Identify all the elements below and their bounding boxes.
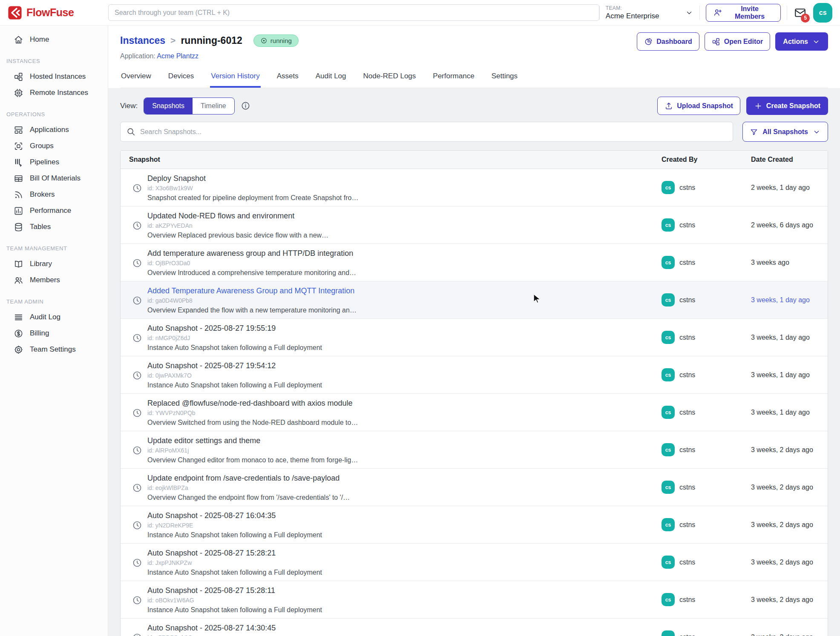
snapshot-title[interactable]: Update editor settings and theme: [147, 436, 358, 446]
date-created: 3 weeks, 2 days ago: [751, 446, 828, 454]
date-created: 3 weeks, 1 day ago: [751, 371, 828, 379]
search-snapshots-input[interactable]: [120, 122, 733, 142]
sidebar-item-home[interactable]: Home: [0, 32, 108, 48]
table-row[interactable]: Deploy Snapshot id: X3o6Bw1k9W Snapshot …: [121, 169, 828, 206]
snapshot-title[interactable]: Auto Snapshot - 2025-08-27 15:28:11: [147, 586, 322, 596]
global-search-input[interactable]: [108, 4, 599, 21]
application-link[interactable]: Acme Plantzz: [157, 52, 198, 60]
view-label: View:: [120, 102, 138, 110]
sidebar-item-hosted-instances[interactable]: Hosted Instances: [0, 69, 108, 85]
create-snapshot-button[interactable]: Create Snapshot: [746, 97, 828, 115]
snapshot-table-header: Snapshot Created By Date Created: [121, 151, 828, 169]
sidebar-item-pipelines[interactable]: Pipelines: [0, 154, 108, 170]
column-header-created-by: Created By: [662, 156, 751, 163]
snapshot-description: Instance Auto Snapshot taken following a…: [147, 531, 322, 539]
tab-node-red-logs[interactable]: Node-RED Logs: [362, 68, 417, 88]
table-row[interactable]: Auto Snapshot - 2025-08-27 16:04:35 id: …: [121, 506, 828, 543]
info-icon[interactable]: [241, 101, 250, 111]
applications-icon: [14, 125, 23, 135]
editor-nodes-icon: [712, 37, 720, 46]
invite-members-button[interactable]: Invite Members: [706, 4, 781, 22]
sidebar-item-label: Groups: [30, 142, 54, 150]
snapshot-id: id: X3o6Bw1k9W: [147, 184, 358, 192]
divider: [699, 6, 700, 20]
top-navigation-bar: FlowFuse TEAM: Acme Enterprise Invite Me…: [0, 0, 840, 26]
created-by-name: cstns: [679, 446, 695, 454]
date-created: 3 weeks, 2 days ago: [751, 559, 828, 566]
tab-settings[interactable]: Settings: [491, 68, 518, 88]
table-row[interactable]: Add temperature awareness group and HTTP…: [121, 244, 828, 281]
snapshot-title[interactable]: Auto Snapshot - 2025-08-27 19:55:19: [147, 324, 322, 333]
sidebar-item-team-settings[interactable]: Team Settings: [0, 341, 108, 358]
sidebar-item-library[interactable]: Library: [0, 256, 108, 272]
snapshot-id: id: 0jwPAXMk7O: [147, 372, 322, 379]
tab-version-history[interactable]: Version History: [210, 68, 260, 88]
sidebar-item-performance[interactable]: Performance: [0, 203, 108, 219]
tab-audit-log[interactable]: Audit Log: [315, 68, 347, 88]
team-selector[interactable]: TEAM: Acme Enterprise: [606, 5, 693, 20]
table-row[interactable]: Update editor settings and theme id: AlR…: [121, 431, 828, 468]
table-row[interactable]: Auto Snapshot - 2025-08-27 15:28:21 id: …: [121, 543, 828, 581]
upload-icon: [665, 102, 673, 110]
sidebar-item-members[interactable]: Members: [0, 272, 108, 288]
snapshot-title[interactable]: Auto Snapshot - 2025-08-27 16:04:35: [147, 511, 322, 521]
snapshot-title[interactable]: Deploy Snapshot: [147, 174, 358, 183]
snapshot-title[interactable]: Auto Snapshot - 2025-08-27 15:28:21: [147, 548, 322, 558]
snapshot-title[interactable]: Update endpoint from /save-credentials t…: [147, 473, 350, 483]
view-toggle: Snapshots Timeline: [144, 97, 234, 115]
clock-icon: [132, 221, 142, 231]
table-row[interactable]: Auto Snapshot - 2025-08-27 19:54:12 id: …: [121, 356, 828, 393]
gear-icon: [14, 345, 23, 355]
sidebar-item-audit-log[interactable]: Audit Log: [0, 309, 108, 325]
sidebar-item-label: Library: [30, 260, 52, 268]
divider: [599, 6, 600, 20]
user-avatar[interactable]: cs: [813, 3, 832, 23]
view-toggle-snapshots[interactable]: Snapshots: [144, 98, 193, 114]
table-row[interactable]: Added Temperature Awareness Group and MQ…: [121, 281, 828, 318]
sidebar-item-applications[interactable]: Applications: [0, 122, 108, 138]
upload-snapshot-button[interactable]: Upload Snapshot: [657, 97, 740, 115]
performance-icon: [14, 206, 23, 216]
snapshot-filter-button[interactable]: All Snapshots: [742, 122, 828, 142]
sidebar-item-groups[interactable]: Groups: [0, 138, 108, 154]
snapshot-title[interactable]: Auto Snapshot - 2025-08-27 19:54:12: [147, 361, 322, 371]
table-row[interactable]: Update endpoint from /save-credentials t…: [121, 468, 828, 506]
created-by-name: cstns: [679, 596, 695, 604]
table-row[interactable]: Auto Snapshot - 2025-08-27 15:28:11 id: …: [121, 581, 828, 618]
avatar: cs: [662, 630, 675, 636]
snapshot-title[interactable]: Add temperature awareness group and HTTP…: [147, 249, 356, 258]
tab-overview[interactable]: Overview: [120, 68, 152, 88]
flowfuse-logo[interactable]: FlowFuse: [8, 6, 108, 20]
user-plus-icon: [713, 8, 722, 17]
groups-icon: [14, 141, 23, 151]
view-toggle-timeline[interactable]: Timeline: [193, 98, 234, 114]
table-row[interactable]: Updated Node-RED flows and environment i…: [121, 206, 828, 244]
notifications-button[interactable]: 5: [793, 6, 807, 19]
sidebar-item-bill-of-materials[interactable]: Bill Of Materials: [0, 170, 108, 186]
dashboard-button[interactable]: Dashboard: [637, 32, 699, 51]
tab-devices[interactable]: Devices: [167, 68, 195, 88]
created-by-name: cstns: [679, 633, 695, 636]
snapshot-description: Instance Auto Snapshot taken following a…: [147, 606, 322, 614]
snapshot-description: Overview Changed the endpoint flow from …: [147, 493, 350, 502]
snapshot-description: Overview Switched from using the Node-RE…: [147, 418, 358, 427]
clock-icon: [132, 595, 142, 605]
table-row[interactable]: Auto Snapshot - 2025-08-27 19:55:19 id: …: [121, 318, 828, 356]
sidebar-item-remote-instances[interactable]: Remote Instances: [0, 85, 108, 101]
breadcrumb-instances-link[interactable]: Instances: [120, 35, 165, 46]
tab-assets[interactable]: Assets: [276, 68, 299, 88]
sidebar-item-tables[interactable]: Tables: [0, 219, 108, 235]
brokers-icon: [14, 190, 23, 200]
table-row[interactable]: Auto Snapshot - 2025-08-27 14:30:45 id: …: [121, 618, 828, 636]
snapshot-title[interactable]: Updated Node-RED flows and environment: [147, 211, 328, 221]
table-row[interactable]: Replaced @flowfuse/node-red-dashboard wi…: [121, 393, 828, 431]
sidebar-item-billing[interactable]: Billing: [0, 325, 108, 341]
snapshot-title[interactable]: Added Temperature Awareness Group and MQ…: [147, 286, 357, 296]
sidebar-item-brokers[interactable]: Brokers: [0, 186, 108, 203]
snapshot-title[interactable]: Replaced @flowfuse/node-red-dashboard wi…: [147, 398, 358, 408]
tab-performance[interactable]: Performance: [432, 68, 475, 88]
clock-icon: [132, 558, 142, 568]
snapshot-title[interactable]: Auto Snapshot - 2025-08-27 14:30:45: [147, 623, 322, 633]
open-editor-button[interactable]: Open Editor: [705, 32, 771, 51]
actions-button[interactable]: Actions: [775, 32, 828, 51]
